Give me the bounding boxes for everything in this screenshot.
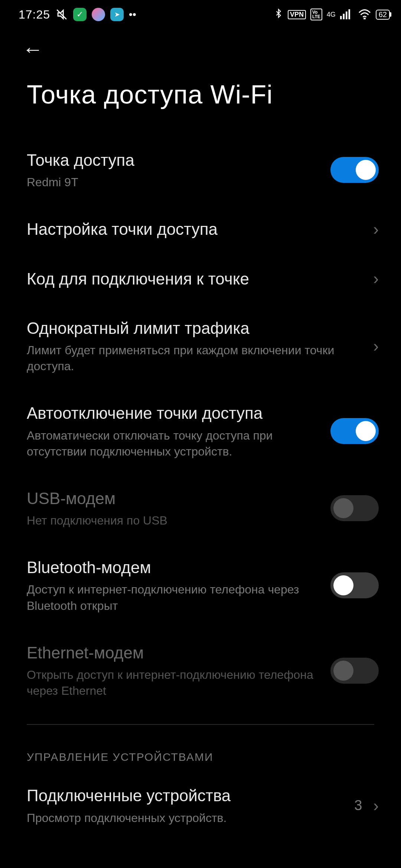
setting-text: Настройка точки доступа xyxy=(27,218,373,240)
setting-text: Точка доступа Redmi 9T xyxy=(27,149,330,190)
setting-text: Однократный лимит трафика Лимит будет пр… xyxy=(27,318,373,375)
settings-list: Точка доступа Redmi 9T Настройка точки д… xyxy=(0,128,401,848)
usb-modem-toggle xyxy=(330,495,379,521)
status-bar: 17:25 •• VPN VoLTE 4G 62 xyxy=(0,0,401,26)
battery-icon: 62 xyxy=(376,10,390,20)
page-title: Точка доступа Wi-Fi xyxy=(0,69,401,128)
wifi-icon xyxy=(358,8,371,21)
app-icon-2 xyxy=(92,8,105,21)
setting-subtitle: Доступ к интернет-подключению телефона ч… xyxy=(27,582,319,614)
bluetooth-modem-toggle[interactable] xyxy=(330,572,379,598)
setting-subtitle: Просмотр подключенных устройств. xyxy=(27,810,343,826)
setting-title: Точка доступа xyxy=(27,149,319,171)
setting-subtitle: Redmi 9T xyxy=(27,174,319,190)
status-right: VPN VoLTE 4G 62 xyxy=(274,8,390,21)
mute-icon xyxy=(55,8,68,21)
setting-auto-off[interactable]: Автоотключение точки доступа Автоматичес… xyxy=(0,388,401,474)
setting-bluetooth-modem[interactable]: Bluetooth-модем Доступ к интернет-подклю… xyxy=(0,543,401,628)
setting-text: Ethernet-модем Открыть доступ к интернет… xyxy=(27,642,330,699)
vpn-badge: VPN xyxy=(288,10,306,19)
setting-title: Автоотключение точки доступа xyxy=(27,402,319,424)
setting-connection-code[interactable]: Код для подключения к точке › xyxy=(0,254,401,303)
bluetooth-icon xyxy=(274,9,283,21)
setting-text: USB-модем Нет подключения по USB xyxy=(27,488,330,529)
chevron-right-icon: › xyxy=(373,220,379,239)
setting-title: Однократный лимит трафика xyxy=(27,318,362,339)
setting-usb-modem: USB-модем Нет подключения по USB xyxy=(0,474,401,543)
more-icon: •• xyxy=(129,9,136,20)
setting-subtitle: Лимит будет применяться при каждом включ… xyxy=(27,342,362,374)
svg-rect-2 xyxy=(343,14,345,19)
chevron-right-icon: › xyxy=(373,269,379,288)
app-icon-1 xyxy=(73,8,87,21)
ethernet-modem-toggle xyxy=(330,658,379,684)
auto-off-toggle[interactable] xyxy=(330,418,379,444)
network-type-icon: 4G xyxy=(327,11,336,19)
trailing-group: 3 › xyxy=(354,796,379,815)
connected-count: 3 xyxy=(354,798,362,813)
section-header: УПРАВЛЕНИЕ УСТРОЙСТВАМИ xyxy=(0,736,401,771)
svg-rect-3 xyxy=(346,11,348,19)
status-time: 17:25 xyxy=(19,8,50,22)
divider xyxy=(27,724,374,725)
svg-rect-4 xyxy=(348,9,350,19)
signal-icon xyxy=(340,8,353,21)
setting-ethernet-modem: Ethernet-модем Открыть доступ к интернет… xyxy=(0,628,401,713)
setting-subtitle: Открыть доступ к интернет-подключению те… xyxy=(27,667,319,699)
setting-traffic-limit[interactable]: Однократный лимит трафика Лимит будет пр… xyxy=(0,303,401,389)
setting-title: Настройка точки доступа xyxy=(27,218,362,240)
back-button[interactable]: ← xyxy=(22,37,43,61)
setting-connected-devices[interactable]: Подключенные устройства Просмотр подключ… xyxy=(0,771,401,840)
setting-text: Подключенные устройства Просмотр подключ… xyxy=(27,785,354,826)
setting-hotspot[interactable]: Точка доступа Redmi 9T xyxy=(0,135,401,204)
setting-subtitle: Автоматически отключать точку доступа пр… xyxy=(27,428,319,460)
header-row: ← xyxy=(0,26,401,69)
app-icon-3 xyxy=(110,8,124,21)
status-left: 17:25 •• xyxy=(19,8,136,22)
setting-hotspot-config[interactable]: Настройка точки доступа › xyxy=(0,204,401,254)
setting-text: Код для подключения к точке xyxy=(27,268,373,289)
setting-text: Автоотключение точки доступа Автоматичес… xyxy=(27,402,330,460)
svg-point-5 xyxy=(364,18,365,19)
setting-title: USB-модем xyxy=(27,488,319,509)
setting-title: Код для подключения к точке xyxy=(27,268,362,289)
svg-rect-1 xyxy=(340,16,342,19)
setting-title: Ethernet-модем xyxy=(27,642,319,663)
chevron-right-icon: › xyxy=(373,337,379,355)
setting-subtitle: Нет подключения по USB xyxy=(27,513,319,529)
setting-text: Bluetooth-модем Доступ к интернет-подклю… xyxy=(27,557,330,614)
hotspot-toggle[interactable] xyxy=(330,157,379,183)
setting-title: Bluetooth-модем xyxy=(27,557,319,578)
setting-title: Подключенные устройства xyxy=(27,785,343,806)
volte-badge: VoLTE xyxy=(310,9,322,20)
chevron-right-icon: › xyxy=(373,796,379,815)
